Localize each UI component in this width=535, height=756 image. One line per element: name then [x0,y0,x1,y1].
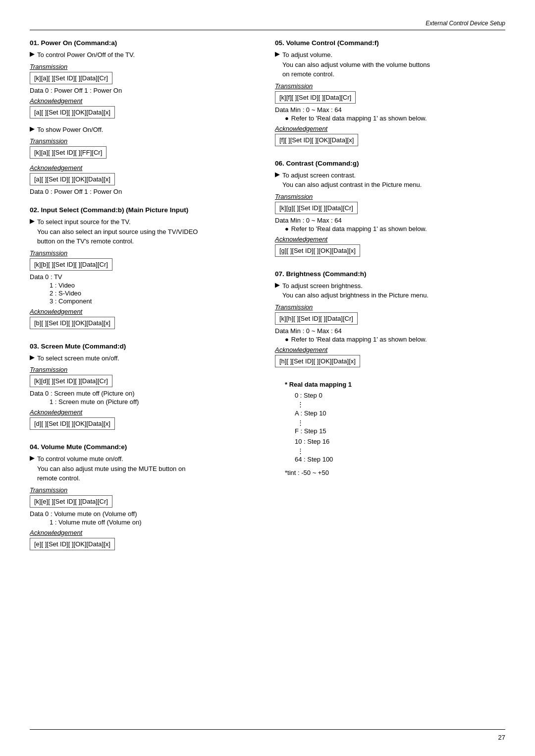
bullet-item: ▶To adjust screen contrast. You can also… [275,171,505,190]
data-line: Data 0 : Volume mute on (Volume off) [30,510,260,518]
bullet-text: To control volume mute on/off. You can a… [37,454,185,483]
bullet-item: ▶To control volume mute on/off. You can … [30,454,260,483]
code-box: [k][a][ ][Set ID][ ][Data][Cr] [30,72,112,84]
section-03: 03. Screen Mute (Command:d)▶To select sc… [30,343,260,433]
section-title-05: 05. Volume Control (Command:f) [275,39,505,47]
rdm-dots: ⋮ [297,447,505,455]
section-01: 01. Power On (Command:a)▶To control Powe… [30,39,260,195]
rdm-dots: ⋮ [297,419,505,427]
page: External Control Device Setup 01. Power … [0,0,535,756]
code-box: [h][ ][Set ID][ ][OK][Data][x] [275,355,360,367]
data-indent: 3 : Component [50,297,260,305]
arrow-icon: ▶ [275,171,280,178]
transmission-label: Transmission [30,486,260,494]
section-title-01: 01. Power On (Command:a) [30,39,260,47]
rdm-item: 0 : Step 0 [295,391,505,401]
bullet-dot-icon: ● [285,336,289,343]
bullet-item: ▶To adjust screen brightness. You can al… [275,281,505,300]
arrow-icon: ▶ [30,125,35,132]
acknowledgement-label: Acknowledgement [275,346,505,353]
content-area: 01. Power On (Command:a)▶To control Powe… [30,39,505,564]
rdm-item: A : Step 10 [295,408,505,419]
bullet-text: To select screen mute on/off. [37,353,119,363]
data-line: Data 0 : Screen mute off (Picture on) [30,390,260,397]
code-box: [a][ ][Set ID][ ][OK][Data][x] [30,173,115,185]
sub-bullet: ●Refer to 'Real data mapping 1' as shown… [285,225,505,233]
arrow-icon: ▶ [30,353,35,361]
real-data-mapping: * Real data mapping 10 : Step 0⋮A : Step… [285,381,505,477]
data-indent: 2 : S-Video [50,290,260,297]
code-box: [k][a][ ][Set ID][ ][FF][Cr] [30,146,107,159]
bullet-dot-icon: ● [285,115,289,122]
bullet-item: ▶To show Power On/Off. [30,125,260,135]
rdm-item: 64 : Step 100 [295,455,505,465]
section-05: 05. Volume Control (Command:f)▶To adjust… [275,39,505,149]
data-indent: 1 : Volume mute off (Volume on) [50,519,260,526]
code-box: [k][f][ ][Set ID][ ][Data][Cr] [275,91,356,104]
bullet-text: To control Power On/Off of the TV. [37,50,135,60]
data-indent: 1 : Screen mute on (Picture off) [50,398,260,406]
sub-bullet-text: Refer to 'Real data mapping 1' as shown … [291,336,427,343]
real-data-mapping-title: * Real data mapping 1 [285,381,505,388]
data-line: Data 0 : Power Off 1 : Power On [30,188,260,195]
transmission-label: Transmission [30,63,260,70]
code-box: [k][e][ ][Set ID][ ][Data][Cr] [30,495,112,508]
section-title-03: 03. Screen Mute (Command:d) [30,343,260,350]
section-title-06: 06. Contrast (Command:g) [275,160,505,167]
code-box: [f][ ][Set ID][ ][OK][Data][x] [275,134,358,146]
rdm-dots: ⋮ [297,401,505,408]
rdm-item: F : Step 15 [295,426,505,437]
tint-note: *tint : -50 ~ +50 [285,469,505,476]
code-box: [k][b][ ][Set ID][ ][Data][Cr] [30,258,112,271]
code-box: [k][d][ ][Set ID][ ][Data][Cr] [30,375,112,387]
page-footer: 27 [30,729,505,741]
transmission-label: Transmission [275,193,505,200]
bullet-item: ▶To adjust volume. You can also adjust v… [275,50,505,79]
right-column: 05. Volume Control (Command:f)▶To adjust… [275,39,505,564]
acknowledgement-label: Acknowledgement [30,164,260,172]
bullet-text: To adjust volume. You can also adjust vo… [282,50,430,79]
section-06: 06. Contrast (Command:g)▶To adjust scree… [275,160,505,259]
transmission-label: Transmission [30,249,260,257]
acknowledgement-label: Acknowledgement [30,97,260,105]
section-title-04: 04. Volume Mute (Command:e) [30,443,260,451]
sub-bullet-text: Refer to 'Real data mapping 1' as shown … [291,115,427,122]
data-line: Data 0 : Power Off 1 : Power On [30,87,260,94]
page-header: External Control Device Setup [30,20,505,30]
arrow-icon: ▶ [30,50,35,58]
bullet-item: ▶To select screen mute on/off. [30,353,260,363]
acknowledgement-label: Acknowledgement [30,408,260,416]
left-column: 01. Power On (Command:a)▶To control Powe… [30,39,260,564]
bullet-item: ▶To control Power On/Off of the TV. [30,50,260,60]
data-line: Data Min : 0 ~ Max : 64 [275,106,505,114]
bullet-text: To select input source for the TV. You c… [37,217,198,246]
section-04: 04. Volume Mute (Command:e)▶To control v… [30,443,260,553]
bullet-text: To show Power On/Off. [37,125,103,135]
transmission-label: Transmission [275,303,505,311]
code-box: [a][ ][Set ID][ ][OK][Data][x] [30,106,115,118]
data-indent: 1 : Video [50,282,260,289]
section-07: 07. Brightness (Command:h)▶To adjust scr… [275,270,505,370]
sub-bullet: ●Refer to 'Real data mapping 1' as shown… [285,336,505,343]
bullet-text: To adjust screen contrast. You can also … [282,171,422,190]
code-box: [b][ ][Set ID][ ][OK][Data][x] [30,317,115,329]
arrow-icon: ▶ [30,217,35,225]
arrow-icon: ▶ [275,50,280,58]
page-number: 27 [498,734,505,741]
code-box: [k][h][ ][Set ID][ ][Data][Cr] [275,312,358,325]
transmission-label: Transmission [30,137,260,145]
code-box: [k][g][ ][Set ID][ ][Data][Cr] [275,202,358,214]
acknowledgement-label: Acknowledgement [275,235,505,243]
code-box: [g][ ][Set ID][ ][OK][Data][x] [275,244,360,257]
arrow-icon: ▶ [30,454,35,462]
rdm-item: 10 : Step 16 [295,437,505,447]
acknowledgement-label: Acknowledgement [275,125,505,132]
code-box: [d][ ][Set ID][ ][OK][Data][x] [30,417,115,430]
bullet-item: ▶To select input source for the TV. You … [30,217,260,246]
sub-bullet-text: Refer to 'Real data mapping 1' as shown … [291,225,427,233]
data-line: Data 0 : TV [30,273,260,281]
header-title: External Control Device Setup [426,20,505,27]
acknowledgement-label: Acknowledgement [30,308,260,315]
bullet-text: To adjust screen brightness. You can als… [282,281,428,300]
data-line: Data Min : 0 ~ Max : 64 [275,217,505,224]
